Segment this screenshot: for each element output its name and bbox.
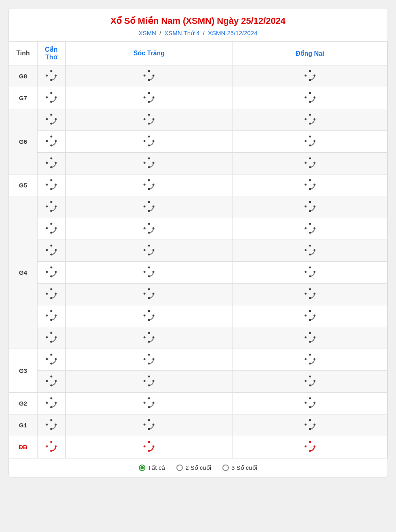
- prize-value: [37, 131, 65, 153]
- svg-point-243: [46, 424, 48, 426]
- dongnai-link[interactable]: Đồng Nai: [295, 50, 324, 57]
- svg-point-240: [47, 420, 56, 429]
- table-row: G3: [9, 349, 387, 371]
- prize-value: [37, 371, 65, 393]
- table-row: ĐB: [9, 436, 387, 458]
- svg-point-173: [144, 315, 146, 317]
- loading-spinner: [143, 200, 155, 212]
- option-2so-cuoi[interactable]: 2 Số cuối: [176, 464, 211, 471]
- prize-value: [233, 305, 387, 327]
- svg-point-182: [50, 341, 52, 343]
- prize-value: [65, 436, 233, 458]
- cantho-link[interactable]: Cần Thơ: [45, 46, 57, 61]
- svg-point-70: [306, 158, 314, 167]
- svg-point-102: [309, 210, 311, 212]
- svg-point-98: [144, 206, 146, 208]
- svg-point-225: [47, 398, 56, 407]
- svg-point-133: [304, 249, 306, 251]
- option-2so-cuoi-label: 2 Số cuối: [185, 464, 211, 471]
- svg-point-200: [145, 355, 153, 364]
- loading-spinner: [45, 157, 57, 169]
- svg-point-199: [55, 358, 57, 360]
- svg-point-10: [306, 71, 314, 80]
- svg-point-186: [148, 332, 150, 334]
- prize-label: G1: [9, 414, 37, 436]
- nav-xsmn-date-link[interactable]: XSMN 25/12/2024: [208, 29, 258, 36]
- svg-point-59: [313, 140, 315, 142]
- svg-point-241: [50, 419, 52, 421]
- option-3so-cuoi-label: 3 Số cuối: [231, 464, 257, 471]
- option-tat-ca-label: Tất cả: [148, 464, 165, 471]
- loading-spinner: [45, 353, 57, 365]
- svg-point-167: [50, 319, 52, 321]
- svg-point-222: [309, 385, 311, 387]
- option-tat-ca[interactable]: Tất cả: [139, 464, 165, 471]
- svg-point-231: [148, 397, 150, 400]
- svg-point-234: [153, 402, 155, 404]
- svg-point-81: [148, 179, 150, 181]
- table-row: G5: [9, 175, 387, 196]
- loading-spinner: [143, 266, 155, 278]
- breadcrumb-nav: XSMN / XSMN Thứ 4 / XSMN 25/12/2024: [13, 29, 383, 37]
- svg-point-1: [50, 70, 52, 72]
- table-row: [9, 153, 387, 175]
- nav-xsmn-link[interactable]: XSMN: [138, 29, 156, 36]
- svg-point-221: [309, 376, 311, 378]
- loading-spinner: [304, 440, 316, 452]
- svg-point-121: [50, 245, 52, 247]
- svg-point-194: [313, 336, 315, 339]
- soctrang-link[interactable]: Sóc Trăng: [133, 50, 164, 57]
- svg-point-51: [148, 136, 150, 138]
- svg-point-232: [148, 406, 150, 408]
- svg-point-266: [309, 441, 311, 443]
- col-soctrang-header: Sóc Trăng: [65, 42, 233, 65]
- svg-point-165: [47, 311, 56, 320]
- option-3so-cuoi[interactable]: 3 Số cuối: [222, 464, 257, 471]
- table-header-row: Tinh Cần Thơ Sóc Trăng Đồng Nai: [9, 42, 387, 65]
- nav-xsmn-thu4-link[interactable]: XSMN Thứ 4: [164, 29, 199, 36]
- svg-point-153: [46, 293, 48, 295]
- svg-point-176: [309, 310, 311, 312]
- svg-point-132: [309, 254, 311, 256]
- svg-point-260: [145, 442, 153, 451]
- prize-value: [37, 284, 65, 305]
- loading-spinner: [45, 266, 57, 278]
- table-row: G6: [9, 109, 387, 131]
- svg-point-247: [148, 428, 150, 430]
- svg-point-163: [304, 293, 306, 295]
- prize-value: [37, 240, 65, 262]
- loading-spinner: [45, 309, 57, 322]
- svg-point-138: [46, 271, 48, 273]
- svg-point-103: [304, 206, 306, 208]
- prize-value: [233, 371, 387, 393]
- svg-point-112: [148, 232, 150, 234]
- prize-value: [233, 153, 387, 175]
- radio-2so-cuoi[interactable]: [176, 465, 183, 471]
- prize-value: [65, 131, 233, 153]
- svg-point-224: [313, 380, 315, 382]
- prize-label: G5: [9, 175, 37, 196]
- radio-tat-ca[interactable]: [139, 465, 145, 471]
- radio-3so-cuoi[interactable]: [222, 465, 229, 471]
- prize-value: [65, 240, 233, 262]
- loading-spinner: [45, 244, 57, 256]
- prize-value: [37, 327, 65, 349]
- table-row: [9, 305, 387, 327]
- prize-value: [65, 175, 233, 196]
- svg-point-172: [148, 319, 150, 321]
- prize-value: [233, 196, 387, 218]
- svg-point-43: [304, 118, 306, 120]
- prize-value: [65, 371, 233, 393]
- prize-value: [65, 284, 233, 305]
- svg-point-205: [306, 355, 314, 364]
- svg-point-204: [153, 358, 155, 360]
- svg-point-215: [145, 376, 153, 385]
- loading-spinner: [45, 288, 57, 300]
- svg-point-197: [50, 363, 52, 365]
- svg-point-219: [153, 380, 155, 382]
- svg-point-255: [47, 442, 56, 451]
- prize-value: [37, 218, 65, 240]
- svg-point-248: [144, 424, 146, 426]
- loading-spinner: [143, 91, 155, 103]
- svg-point-196: [50, 354, 52, 356]
